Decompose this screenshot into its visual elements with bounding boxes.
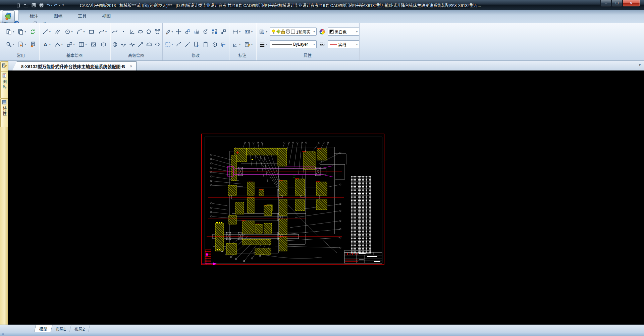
layer-on-bulb-icon [271, 29, 276, 34]
zoom-button[interactable] [5, 40, 14, 48]
window-minimize-button[interactable]: ─ [600, 0, 611, 7]
line-width-button[interactable] [259, 40, 268, 48]
annotation-edit-button[interactable] [244, 40, 253, 48]
layer-color-swatch-icon [291, 30, 295, 34]
ribbon: 常用 基本绘图 高级绘图 修改 标注 [0, 23, 644, 61]
arrow-button[interactable] [137, 40, 144, 48]
side-tab-library[interactable]: 图库 [0, 71, 8, 98]
current-color-value: 黑白色 [335, 29, 347, 35]
save-button[interactable] [30, 2, 37, 8]
tab-dimension[interactable]: 标注 [25, 10, 43, 20]
arc-button[interactable] [76, 28, 85, 36]
window-maximize-button[interactable]: ❐ [611, 0, 623, 7]
spline-button[interactable] [98, 28, 107, 36]
document-tab[interactable]: 8-X6132型万能卧式升降台铣床主轴变速系统装配图-B × [12, 61, 137, 71]
rotate-button[interactable] [202, 28, 209, 36]
erase-button[interactable] [164, 28, 173, 36]
wave-line-button[interactable] [120, 40, 127, 48]
quick-access-more-button[interactable]: ▾ [61, 3, 65, 7]
line-type-button[interactable] [319, 40, 326, 48]
parallel-line-button[interactable] [54, 28, 61, 36]
group-label-basic-draw: 基本绘图 [39, 52, 110, 59]
region-button[interactable] [100, 40, 107, 48]
line-type-select[interactable]: 实线 ▾ [328, 40, 359, 48]
insert-doc-button[interactable] [17, 40, 26, 48]
curve-button[interactable] [111, 28, 118, 36]
dimension-button[interactable] [232, 28, 241, 36]
color-wheel-icon [319, 29, 325, 35]
circle-button[interactable] [64, 28, 73, 36]
window-close-button[interactable]: ✕ [623, 0, 640, 7]
layer-switch-button[interactable] [259, 28, 268, 36]
solid-button[interactable] [211, 40, 218, 48]
paste-button[interactable] [5, 28, 14, 36]
refresh-button[interactable] [29, 28, 36, 36]
print-button[interactable] [38, 2, 45, 8]
undo-button[interactable] [46, 2, 52, 8]
copy-button[interactable] [17, 28, 26, 36]
caxa-logo-icon [4, 12, 13, 21]
color-picker-button[interactable] [319, 28, 326, 36]
group-label-properties: 属性 [256, 52, 359, 59]
group-label-common: 常用 [3, 52, 39, 59]
side-tab-properties[interactable]: 特性 [0, 98, 8, 127]
paste-special-button[interactable] [202, 40, 209, 48]
app-menu-button[interactable] [2, 10, 15, 22]
point-button[interactable] [120, 28, 127, 36]
line-width-select[interactable]: ByLayer ▾ [270, 40, 317, 48]
layer-freeze-sun-icon [276, 29, 281, 34]
coordinate-dim-button[interactable] [232, 40, 241, 48]
ribbon-tabs: 常用标注图幅工具视图 [0, 10, 644, 20]
line-button[interactable] [42, 28, 51, 36]
corner-button[interactable] [220, 40, 227, 48]
statusbar-grip-icon[interactable]: ⁞⁞ [2, 333, 4, 336]
tab-tools[interactable]: 工具 [73, 10, 91, 20]
copy-translate-button[interactable] [184, 28, 191, 36]
mirror-button[interactable] [193, 28, 200, 36]
axis-button[interactable] [128, 28, 136, 36]
select-button[interactable] [164, 40, 173, 48]
array-button[interactable] [211, 28, 218, 36]
browse-button[interactable] [29, 40, 36, 48]
line-type-sample-icon [329, 43, 337, 45]
sheet-tab-layout2[interactable]: 布局2 [69, 325, 90, 332]
rectangle-button[interactable] [88, 28, 95, 36]
revision-stack [205, 250, 211, 263]
layer-dropdown-arrow: ▾ [314, 30, 315, 33]
revolve-button[interactable] [111, 40, 118, 48]
tab-view[interactable]: 视图 [97, 10, 115, 20]
break-line-button[interactable] [128, 40, 136, 48]
color-select[interactable]: 黑白色 ▾ [328, 28, 359, 36]
document-list-dropdown-icon[interactable]: ▼ [638, 63, 641, 67]
roller-button[interactable] [154, 40, 161, 48]
stretch-button[interactable] [220, 28, 227, 36]
extend-button[interactable] [184, 40, 191, 48]
side-panel-top-icon[interactable] [0, 61, 8, 72]
current-linetype-value: 实线 [338, 42, 346, 47]
move-button[interactable] [175, 28, 182, 36]
contour-button[interactable] [145, 40, 152, 48]
block-button[interactable] [66, 40, 75, 48]
ribbon-group-properties: 1轮廓实 ▾ 黑白色 ▾ ByLayer [256, 23, 360, 60]
drawing-canvas[interactable] [8, 70, 644, 325]
plate-button[interactable] [193, 40, 200, 48]
table-button[interactable] [78, 40, 87, 48]
side-panel-strip: 图库 特性 [0, 61, 8, 325]
sheet-tab-layout1[interactable]: 布局1 [51, 325, 71, 332]
hatch-button[interactable] [90, 40, 97, 48]
new-button[interactable] [15, 2, 21, 8]
text-button[interactable] [42, 40, 51, 48]
open-button[interactable] [22, 2, 29, 8]
document-tab-close-icon[interactable]: × [130, 64, 132, 69]
black-white-icon [329, 30, 334, 34]
polyline-button[interactable] [54, 40, 63, 48]
sheet-tab-model[interactable]: 模型 [34, 325, 53, 332]
layer-select[interactable]: 1轮廓实 ▾ [270, 28, 317, 36]
redo-button[interactable] [53, 2, 60, 8]
ellipse-button[interactable] [137, 28, 144, 36]
tangent-circle-button[interactable] [154, 28, 161, 36]
smart-dim-button[interactable] [244, 28, 253, 36]
break-button[interactable] [175, 40, 182, 48]
tab-sheet[interactable]: 图幅 [49, 10, 67, 20]
polygon-button[interactable] [145, 28, 152, 36]
